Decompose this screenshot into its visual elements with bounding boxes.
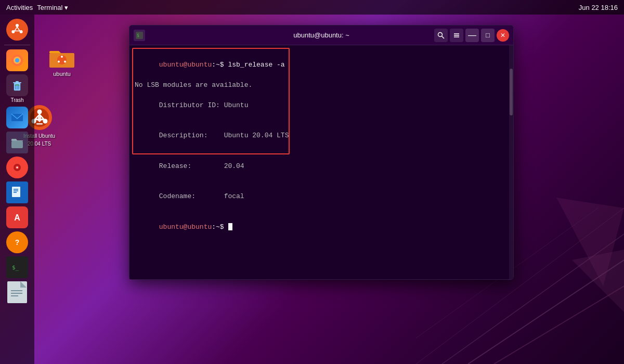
terminal-scrollbar[interactable] [509,45,513,279]
svg-marker-42 [572,250,624,312]
firefox-icon [6,49,28,71]
sidebar-item-filedoc[interactable] [2,281,32,303]
svg-line-58 [442,36,445,38]
sidebar-item-trash[interactable]: Trash [2,74,32,103]
sidebar-item-help[interactable]: ? [2,231,32,253]
svg-text:?: ? [15,238,20,246]
terminal-line-5: Release: 20.04 [135,151,508,181]
term-release-label: Release: [159,162,224,170]
topbar-datetime: Jun 22 18:16 [579,4,618,11]
filedoc-icon [7,281,27,303]
svg-rect-54 [36,123,43,125]
term-release-value: 20.04 [224,162,244,170]
terminal-dock-icon: $_ [6,256,28,278]
term-codename-label: Codename: [159,192,224,200]
svg-point-47 [58,61,60,63]
svg-rect-19 [12,187,20,197]
term-cmd-1: lsb_release -a [228,61,284,69]
term-distid-value: Ubuntu [224,101,249,109]
sidebar-dock: Trash [0,15,34,364]
trash-icon [6,74,28,96]
term-desc-label: Description: [159,132,224,139]
writer-icon [6,181,28,203]
appcenter-icon: A [6,206,28,228]
term-sep-2: :~$ [212,223,228,231]
sidebar-item-music[interactable] [2,157,32,178]
desktop-icon-ubuntu-home-label: ubuntu [53,71,71,77]
terminal-title: ubuntu@ubuntu: ~ [293,31,349,39]
terminal-content[interactable]: ubuntu@ubuntu:~$ lsb_release -a No LSB m… [129,45,513,279]
sidebar-item-writer[interactable] [2,181,32,203]
terminal-maximize-button[interactable]: □ [481,29,495,42]
sidebar-separator [4,45,30,45]
terminal-menu-arrow: ▾ [64,4,68,11]
hamburger-icon [453,32,460,39]
terminal-line-2: No LSB modules are available. [135,80,508,90]
svg-point-18 [17,167,18,168]
music-icon [6,157,28,178]
svg-rect-8 [13,82,21,83]
sidebar-item-files[interactable] [2,132,32,153]
titlebar-left: $ [134,30,145,41]
topbar: Activities Terminal ▾ Jun 22 18:16 [0,0,624,15]
titlebar-controls: — □ ✕ [434,29,509,42]
maximize-icon: □ [486,31,490,39]
term-prompt-2: ubuntu@ubuntu [159,223,212,231]
minimize-icon: — [468,31,476,40]
mail-icon [6,107,28,128]
sidebar-item-firefox[interactable] [2,49,32,71]
sidebar-item-mail[interactable] [2,107,32,128]
svg-text:$_: $_ [12,264,19,271]
close-icon: ✕ [500,32,505,39]
terminal-window: $ ubuntu@ubuntu: ~ — [129,25,514,280]
ubuntu-logo-icon [6,19,28,41]
terminal-line-1: ubuntu@ubuntu:~$ lsb_release -a [135,49,508,80]
terminal-close-button[interactable]: ✕ [497,29,509,42]
activities-button[interactable]: Activities [6,4,33,11]
sidebar-item-ubuntu[interactable] [2,19,32,41]
terminal-line-3: Distributor ID: Ubuntu [135,90,508,121]
terminal-menu-label: Terminal [37,4,62,11]
term-desc-value: Ubuntu 20.04 LTS [224,132,289,139]
svg-rect-20 [20,188,22,197]
svg-point-6 [15,58,19,62]
svg-text:A: A [14,213,20,222]
term-distid-label: Distributor ID: [159,101,224,109]
terminal-titlebar-icon: $ [134,30,145,41]
term-sep-1: :~$ [212,61,228,69]
terminal-titlebar: $ ubuntu@ubuntu: ~ — [129,25,513,45]
sidebar-item-terminal[interactable]: $_ [2,256,32,278]
svg-point-57 [438,32,443,36]
svg-point-46 [64,61,66,63]
terminal-minimize-button[interactable]: — [465,29,479,42]
terminal-menu-button[interactable] [450,29,463,42]
sidebar-item-appcenter[interactable]: A [2,206,32,228]
svg-line-38 [494,286,624,364]
terminal-line-4: Description: Ubuntu 20.04 LTS [135,121,508,151]
scrollbar-thumb [510,69,513,115]
help-icon: ? [6,231,28,253]
term-codename-value: focal [224,192,244,200]
svg-rect-9 [16,81,19,82]
files-icon [6,132,28,153]
search-icon [437,32,445,39]
svg-marker-41 [556,198,624,286]
terminal-line-7: ubuntu@ubuntu:~$ [135,212,508,242]
term-prompt-1: ubuntu@ubuntu [159,61,212,69]
desktop-icon-ubuntu-home[interactable]: ubuntu [49,46,74,77]
topbar-left: Activities Terminal ▾ [6,4,68,11]
svg-point-45 [61,56,63,58]
terminal-line-6: Codename: focal [135,181,508,212]
trash-label: Trash [10,97,23,103]
svg-rect-14 [11,141,23,148]
terminal-menu[interactable]: Terminal ▾ [37,4,68,11]
term-cursor [228,223,232,230]
terminal-search-button[interactable] [434,29,448,42]
svg-text:$: $ [137,33,139,38]
